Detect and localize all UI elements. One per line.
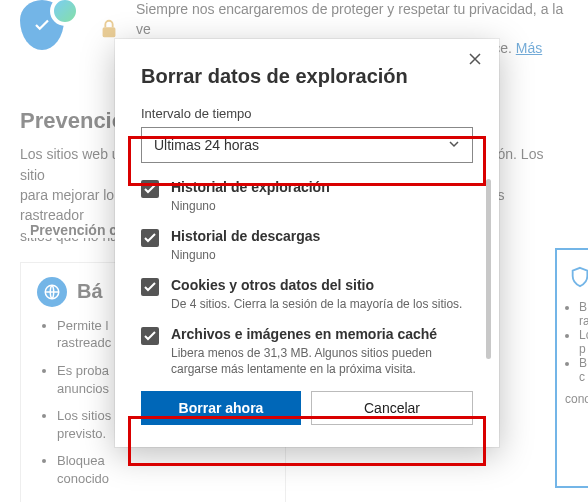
clear-browsing-data-dialog: Borrar datos de exploración Intervalo de… [115,39,499,447]
list-item: Historial de descargas Ninguno [141,228,473,263]
item-subtitle: Ninguno [171,247,467,263]
item-title: Historial de exploración [171,179,467,196]
scrollbar[interactable] [486,179,491,359]
item-title: Cookies y otros datos del sitio [171,277,467,294]
item-title: Historial de descargas [171,228,467,245]
item-subtitle: Ninguno [171,198,467,214]
time-range-select[interactable]: Últimas 24 horas [141,127,473,163]
chevron-down-icon [448,137,460,153]
item-title: Archivos e imágenes en memoria caché [171,326,467,343]
item-subtitle: De 4 sitios. Cierra la sesión de la mayo… [171,296,467,312]
list-item: Archivos e imágenes en memoria caché Lib… [141,326,473,377]
clear-now-button[interactable]: Borrar ahora [141,391,301,425]
checkbox[interactable] [141,180,159,198]
time-range-label: Intervalo de tiempo [141,106,473,121]
checkbox[interactable] [141,278,159,296]
data-types-list: Historial de exploración Ninguno Histori… [141,179,473,377]
checkbox[interactable] [141,229,159,247]
item-subtitle: Libera menos de 31,3 MB. Algunos sitios … [171,345,467,377]
list-item: Historial de exploración Ninguno [141,179,473,214]
cancel-button[interactable]: Cancelar [311,391,473,425]
list-item: Cookies y otros datos del sitio De 4 sit… [141,277,473,312]
dialog-title: Borrar datos de exploración [141,65,473,88]
checkbox[interactable] [141,327,159,345]
close-button[interactable] [465,53,485,73]
time-range-value: Últimas 24 horas [154,137,259,153]
